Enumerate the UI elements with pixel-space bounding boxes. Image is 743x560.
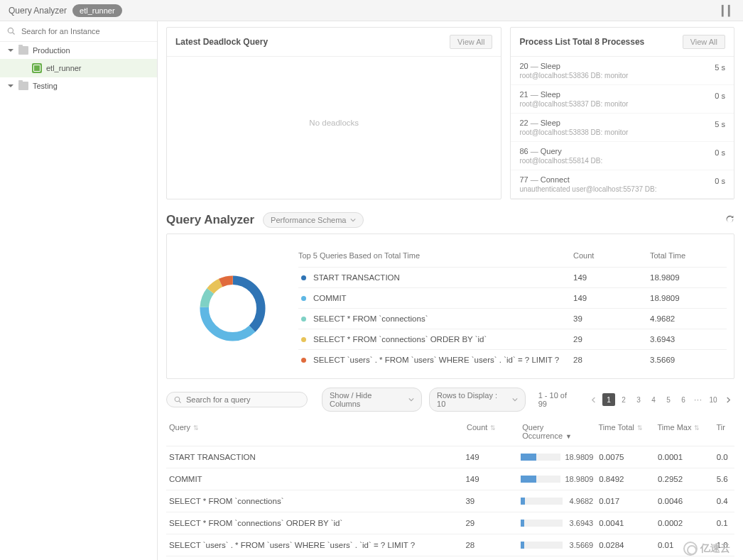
pager-page[interactable]: 2 xyxy=(617,393,630,406)
table-row[interactable]: COMMIT14918.98090.84920.29525.6 xyxy=(166,468,734,490)
top5-time: 4.9682 xyxy=(650,314,727,323)
process-line2: root@localhost:53838 DB: monitor xyxy=(519,128,715,136)
top5-row[interactable]: SELECT * FROM `connections` ORDER BY `id… xyxy=(298,329,727,349)
show-hide-columns-button[interactable]: Show / Hide Columns xyxy=(322,388,422,412)
cell-time-max: 0.0001 xyxy=(655,453,714,461)
watermark-text: 亿速云 xyxy=(700,542,730,555)
hdr-time-max[interactable]: Time Max⇅ xyxy=(655,423,714,440)
process-item[interactable]: 86 — Queryroot@localhost:55814 DB:0 s xyxy=(511,142,734,170)
top5-row[interactable]: START TRANSACTION14918.9809 xyxy=(298,267,727,287)
pager-prev[interactable] xyxy=(587,393,600,406)
tree-label: Testing xyxy=(33,82,58,90)
pager-range: 1 - 10 of 99 xyxy=(538,391,577,408)
process-time: 0 s xyxy=(715,147,725,157)
topbar-instance-pill[interactable]: etl_runner xyxy=(72,4,122,17)
hdr-occurrence[interactable]: Query Occurrence▼ xyxy=(519,423,595,440)
cell-query: SELECT * FROM `connections` ORDER BY `id… xyxy=(166,519,462,527)
process-item[interactable]: 21 — Sleeproot@localhost:53837 DB: monit… xyxy=(511,85,734,114)
pager-page[interactable]: 4 xyxy=(647,393,660,406)
top5-time: 18.9809 xyxy=(650,273,727,282)
sidebar-item-folder[interactable]: Testing xyxy=(0,77,157,94)
sidebar-item-folder[interactable]: Production xyxy=(0,42,157,59)
cell-query: SELECT * FROM `connections` xyxy=(166,497,462,505)
process-item[interactable]: 77 — Connectunauthenticated user@localho… xyxy=(511,170,734,199)
pager-page[interactable]: 6 xyxy=(677,393,690,406)
table-row[interactable]: SELECT `users` . * FROM `users` WHERE `u… xyxy=(166,534,734,556)
show-hide-label: Show / Hide Columns xyxy=(330,391,404,408)
top5-row[interactable]: SELECT * FROM `connections`394.9682 xyxy=(298,308,727,329)
process-item[interactable]: 20 — Sleeproot@localhost:53836 DB: monit… xyxy=(511,57,734,85)
top5-count: 39 xyxy=(573,314,650,323)
folder-icon xyxy=(18,82,28,90)
top5-row[interactable]: COMMIT14918.9809 xyxy=(298,287,727,308)
cell-count: 29 xyxy=(462,519,518,527)
chevron-down-icon xyxy=(350,217,356,223)
process-line1: 21 — Sleep xyxy=(519,90,715,99)
cell-count: 149 xyxy=(462,475,518,483)
top5-count-hdr: Count xyxy=(573,251,650,260)
top5-query: SELECT * FROM `connections` xyxy=(313,314,428,323)
legend-dot-icon xyxy=(301,317,306,322)
cell-extra: 0.4 xyxy=(714,497,734,505)
deadlock-viewall-button[interactable]: View All xyxy=(450,35,492,49)
process-viewall-button[interactable]: View All xyxy=(683,35,725,49)
top5-time: 3.5669 xyxy=(650,356,727,364)
process-line2: unauthenticated user@localhost:55737 DB: xyxy=(519,185,715,193)
hdr-extra[interactable]: Tir xyxy=(714,423,734,440)
legend-dot-icon xyxy=(301,337,306,342)
process-item[interactable]: 22 — Sleeproot@localhost:53838 DB: monit… xyxy=(511,114,734,142)
top5-time: 18.9809 xyxy=(650,294,727,302)
top5-count: 29 xyxy=(573,335,650,344)
pause-icon[interactable]: ▎▎ xyxy=(722,5,734,16)
hdr-query[interactable]: Query⇅ xyxy=(166,423,464,440)
table-row[interactable]: START TRANSACTION14918.98090.00750.00010… xyxy=(166,446,734,468)
cell-query: START TRANSACTION xyxy=(166,453,462,461)
cell-occurrence: 18.9809 xyxy=(521,475,593,483)
tree-label: Production xyxy=(33,46,70,55)
pager-page[interactable]: 1 xyxy=(602,393,615,406)
top5-query: COMMIT xyxy=(313,294,347,302)
sidebar-search-input[interactable] xyxy=(21,27,150,35)
sidebar-item-instance[interactable]: etl_runner xyxy=(0,59,157,77)
pager-page[interactable]: 10 xyxy=(707,393,720,406)
table-row[interactable]: SELECT * FROM `connections`394.96820.017… xyxy=(166,490,734,512)
query-search-input[interactable] xyxy=(186,395,300,404)
cell-time-total: 0.0284 xyxy=(596,541,655,549)
sidebar-search[interactable] xyxy=(0,21,157,42)
pager-page[interactable]: 5 xyxy=(662,393,675,406)
deadlock-empty: No deadlocks xyxy=(167,57,501,188)
query-search[interactable] xyxy=(166,392,308,407)
rows-display-button[interactable]: Rows to Display : 10 xyxy=(429,388,526,412)
chevron-right-icon xyxy=(725,397,732,403)
process-line1: 20 — Sleep xyxy=(519,62,715,70)
process-line2: root@localhost:53836 DB: monitor xyxy=(519,72,715,79)
cell-time-total: 0.0075 xyxy=(596,453,655,461)
pager-page: ··· xyxy=(692,393,705,406)
hdr-time-total[interactable]: Time Total⇅ xyxy=(596,423,655,440)
cell-occurrence: 3.5669 xyxy=(521,541,593,549)
cell-time-total: 0.8492 xyxy=(596,475,655,483)
cell-time-total: 0.017 xyxy=(596,497,655,505)
source-dropdown[interactable]: Performance Schema xyxy=(263,212,364,228)
source-label: Performance Schema xyxy=(271,216,346,224)
table-row[interactable]: SELECT * FROM `connections` ORDER BY `id… xyxy=(166,512,734,534)
top5-row[interactable]: SELECT `users` . * FROM `users` WHERE `u… xyxy=(298,349,727,370)
hdr-count[interactable]: Count⇅ xyxy=(464,423,519,440)
process-title: Process List Total 8 Processes xyxy=(519,37,682,47)
cell-query: SELECT `users` . * FROM `users` WHERE `u… xyxy=(166,541,462,549)
pager-next[interactable] xyxy=(722,393,734,406)
cell-count: 39 xyxy=(462,497,518,505)
chevron-down-icon xyxy=(7,82,14,89)
pager-page[interactable]: 3 xyxy=(632,393,645,406)
cell-count: 28 xyxy=(462,541,518,549)
chevron-left-icon xyxy=(591,397,597,403)
chevron-down-icon xyxy=(512,397,518,402)
refresh-icon[interactable] xyxy=(725,215,734,226)
cell-extra: 0.0 xyxy=(714,453,734,461)
cell-query: COMMIT xyxy=(166,475,462,483)
top5-query: SELECT `users` . * FROM `users` WHERE `u… xyxy=(313,356,559,364)
top5-query: SELECT * FROM `connections` ORDER BY `id… xyxy=(313,335,487,344)
table-row[interactable]: SELECT `connection_id` , MIN ( `created_… xyxy=(166,556,734,560)
cell-time-total: 0.0041 xyxy=(596,519,655,527)
donut-chart xyxy=(195,271,270,346)
